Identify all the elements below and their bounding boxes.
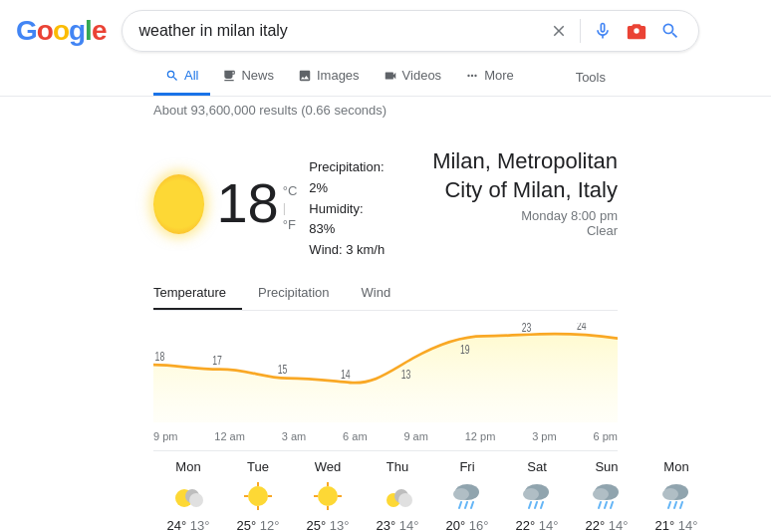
divider	[580, 19, 581, 43]
clear-button[interactable]	[548, 20, 570, 42]
weather-icon-sun	[153, 174, 204, 234]
tab-all[interactable]: All	[153, 58, 210, 96]
day-name-tue: Tue	[247, 459, 269, 474]
day-temps-mon1: 24° 13°	[167, 518, 210, 532]
weather-location: Milan, Metropolitan City of Milan, Italy	[392, 147, 618, 204]
videos-icon	[384, 69, 397, 83]
svg-point-30	[523, 488, 539, 500]
time-12pm: 12 pm	[465, 430, 496, 442]
images-icon	[298, 69, 312, 83]
google-logo: Google	[16, 15, 106, 47]
svg-line-41	[668, 502, 670, 508]
results-info: About 93,600,000 results (0.66 seconds)	[0, 97, 771, 124]
weather-tab-temperature[interactable]: Temperature	[153, 277, 242, 310]
svg-line-27	[465, 502, 467, 508]
google-search-button[interactable]	[658, 19, 682, 43]
day-icon-sun	[589, 478, 625, 514]
clear-icon	[550, 22, 568, 40]
weather-right: Milan, Metropolitan City of Milan, Italy…	[392, 147, 618, 238]
temp-units: °C | °F	[283, 175, 298, 232]
day-temps-fri: 20° 16°	[446, 518, 489, 532]
nav-tabs: All News Images Videos More Tools	[0, 58, 771, 97]
tools-tab[interactable]: Tools	[564, 60, 618, 95]
camera-search-button[interactable]	[625, 19, 648, 43]
news-icon	[222, 69, 236, 83]
tab-more[interactable]: More	[453, 58, 526, 96]
time-3pm: 3 pm	[532, 430, 556, 442]
forecast-wed: Wed 25° 13°	[293, 459, 363, 532]
day-icon-sat	[519, 478, 555, 514]
day-icon-wed	[310, 478, 346, 514]
day-icon-mon2	[658, 478, 694, 514]
temperature-chart: 18 17 15 14 13 19 23 24	[153, 323, 618, 422]
day-temps-sat: 22° 14°	[516, 518, 559, 532]
day-temps-sun: 22° 14°	[586, 518, 629, 532]
day-temps-thu: 23° 14°	[377, 518, 419, 532]
weather-tab-precipitation[interactable]: Precipitation	[242, 277, 346, 310]
svg-point-16	[318, 486, 338, 506]
search-icons	[548, 19, 682, 43]
weather-tabs: Temperature Precipitation Wind	[153, 277, 618, 311]
svg-text:17: 17	[212, 354, 222, 368]
time-9pm: 9 pm	[153, 430, 177, 442]
temperature-value: 18	[216, 175, 278, 231]
voice-search-button[interactable]	[591, 19, 615, 43]
tab-news[interactable]: News	[210, 58, 286, 96]
tab-images[interactable]: Images	[286, 58, 372, 96]
chart-svg: 18 17 15 14 13 19 23 24	[153, 323, 618, 422]
day-icon-tue	[240, 478, 276, 514]
day-name-mon1: Mon	[175, 459, 200, 474]
day-name-thu: Thu	[386, 459, 408, 474]
precipitation: Precipitation: 2%	[309, 157, 392, 199]
svg-line-26	[459, 502, 461, 508]
svg-text:18: 18	[155, 349, 165, 363]
weather-card: 18 °C | °F Precipitation: 2% Humidity: 8…	[153, 132, 618, 532]
svg-text:19: 19	[460, 343, 470, 357]
forecast-mon-2: Mon 21° 14°	[642, 459, 711, 532]
all-icon	[165, 69, 179, 83]
day-temps-wed: 25° 13°	[307, 518, 350, 532]
svg-point-25	[453, 488, 469, 500]
day-name-mon2: Mon	[663, 459, 688, 474]
svg-line-37	[605, 502, 607, 508]
tab-more-label: More	[484, 68, 514, 83]
svg-line-42	[674, 502, 676, 508]
celsius-unit[interactable]: °C	[283, 183, 298, 198]
tab-videos-label: Videos	[402, 68, 442, 83]
time-row: 9 pm 12 am 3 am 6 am 9 am 12 pm 3 pm 6 p…	[153, 430, 618, 450]
day-name-wed: Wed	[315, 459, 342, 474]
search-input[interactable]	[138, 22, 540, 40]
time-12am: 12 am	[214, 430, 245, 442]
svg-line-28	[471, 502, 473, 508]
header: Google	[0, 0, 771, 58]
time-6am: 6 am	[343, 430, 367, 442]
forecast-thu: Thu 23° 14°	[363, 459, 432, 532]
wind: Wind: 3 km/h	[309, 240, 392, 261]
forecast-sun: Sun 22° 14°	[572, 459, 642, 532]
forecast-mon-1: Mon 24° 13°	[153, 459, 223, 532]
svg-point-35	[593, 488, 609, 500]
forecast-sat: Sat 22° 14°	[502, 459, 572, 532]
svg-point-10	[189, 493, 203, 507]
day-temps-mon2: 21° 14°	[655, 518, 698, 532]
tab-news-label: News	[241, 68, 274, 83]
day-name-fri: Fri	[459, 459, 474, 474]
svg-text:23: 23	[522, 323, 532, 334]
day-icon-mon1	[170, 478, 206, 514]
tab-images-label: Images	[317, 68, 360, 83]
svg-text:24: 24	[577, 323, 587, 332]
weather-tab-wind[interactable]: Wind	[346, 277, 407, 310]
day-forecast: Mon 24° 13° Tue 25° 12° Wed 25° 13° Thu	[153, 450, 618, 532]
svg-text:13: 13	[401, 367, 411, 381]
tab-videos[interactable]: Videos	[372, 58, 454, 96]
search-icon	[660, 21, 680, 41]
time-6pm: 6 pm	[594, 430, 618, 442]
svg-point-11	[248, 486, 268, 506]
tab-all-label: All	[184, 68, 198, 83]
temp-details: Precipitation: 2% Humidity: 83% Wind: 3 …	[309, 147, 392, 261]
day-name-sun: Sun	[595, 459, 618, 474]
fahrenheit-unit[interactable]: °F	[283, 217, 298, 232]
svg-line-32	[535, 502, 537, 508]
svg-line-31	[529, 502, 531, 508]
svg-point-40	[662, 488, 678, 500]
